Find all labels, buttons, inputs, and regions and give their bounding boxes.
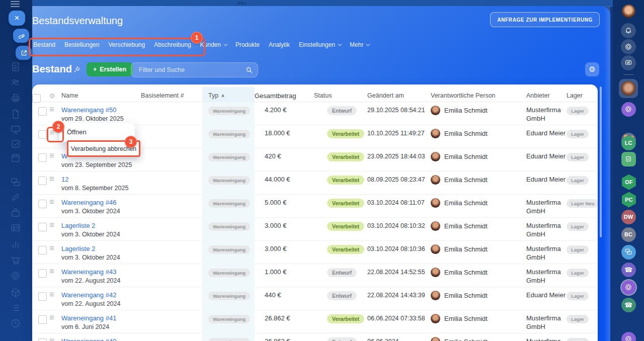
row-checkbox[interactable] [38,315,47,324]
table-row[interactable]: ≡ Wareneingang #46 vom 3. Oktober 2024 W… [32,194,598,217]
tab-mehr[interactable]: Mehr [350,41,369,48]
cube-icon[interactable] [10,287,21,298]
row-name-link[interactable]: Lagerliste 2 [61,245,141,252]
row-name-link[interactable]: Wareneingang #40 [61,337,141,341]
cart-icon[interactable] [10,254,21,266]
scrollbar-thumb[interactable] [600,87,602,237]
chat-history[interactable] [621,55,636,70]
tab-analytik[interactable]: Analytik [269,41,290,48]
col-header-person[interactable]: Verantwortliche Person [417,87,514,104]
document-icon[interactable] [10,61,21,72]
row-checkbox[interactable] [38,223,47,231]
drag-handle-icon[interactable]: ≡ [49,151,54,160]
call-rings[interactable] [621,39,636,54]
row-checkbox[interactable] [38,200,47,208]
select-all-checkbox[interactable] [32,94,41,103]
search-input[interactable] [138,66,246,74]
chat-icon[interactable] [10,177,21,188]
row-checkbox[interactable] [38,338,47,341]
active-contact[interactable] [619,79,638,98]
check-square-icon[interactable] [10,138,21,149]
contact-phone-purple[interactable]: ☎ [621,263,636,277]
id-card-icon[interactable] [10,222,21,233]
tasks-app[interactable] [621,152,636,166]
copy-link-button[interactable] [13,29,29,43]
contact-rings-2[interactable] [621,280,636,295]
menu-item-open[interactable]: Öffnen [59,123,135,136]
row-name-link[interactable]: Wareneingang #43 [61,268,141,276]
table-row[interactable]: ≡ Wareneingang #42 vom 22. August 2024 W… [32,287,598,310]
col-header-geaendert[interactable]: Geändert am [354,87,417,104]
drag-handle-icon[interactable]: ≡ [49,105,54,114]
table-row[interactable]: ≡ Wareneingang #50 vom 29. Oktober 2025 … [32,102,598,125]
drag-handle-icon[interactable]: ≡ [49,336,54,341]
users-icon[interactable] [10,76,21,88]
row-name-link[interactable]: Wareneingang #50 [61,106,141,114]
row-checkbox[interactable] [38,130,47,139]
row-name-link[interactable]: Wareneingang #46 [61,199,141,206]
contact-of[interactable]: OF [621,175,637,190]
target-icon[interactable] [10,270,21,281]
drag-handle-icon[interactable]: ≡ [49,313,54,322]
drag-handle-icon[interactable]: ≡ [49,290,54,299]
implementation-request-button[interactable]: ANFRAGE ZUR IMPLEMENTIERUNG [490,12,600,27]
pin-icon[interactable] [73,66,80,75]
col-header-anbieter[interactable]: Anbieter [514,87,567,104]
contact-rings-app[interactable] [621,102,636,117]
row-checkbox[interactable] [38,153,47,162]
bag-icon[interactable] [10,207,21,218]
contact-bc[interactable]: BC [621,227,636,242]
col-header-name[interactable]: Name [61,87,141,104]
search-box[interactable] [131,62,258,77]
table-row[interactable]: ≡ Wareneingang #40 Wareneingang 26.862 €… [32,333,598,341]
table-settings-button[interactable]: ⚙ [585,62,599,76]
close-button[interactable]: × [9,11,25,26]
contact-pc[interactable]: PC [621,192,637,208]
row-checkbox[interactable] [38,269,47,278]
row-name-link[interactable]: Lagerliste 2 [61,222,141,229]
create-button[interactable]: + Erstellen [87,62,133,76]
row-checkbox[interactable] [38,246,47,254]
clock-icon[interactable] [10,318,21,329]
col-header-typ[interactable]: Typ∧ [202,87,255,104]
tab-einstellungen[interactable]: Einstellungen [299,41,341,48]
contact-lc[interactable]: LC [621,136,636,150]
file-icon[interactable] [10,109,21,120]
row-checkbox[interactable] [38,107,47,116]
table-row[interactable]: ≡ Wareneingang #43 vom 22. August 2024 W… [32,264,598,287]
notifications[interactable] [621,23,636,38]
table-row[interactable]: ≡ Lagerliste 2 vom 3. Oktober 2024 Waren… [32,240,598,264]
col-header-basiselement[interactable]: Basiselement # [141,87,202,104]
contact-dw[interactable]: DW [621,210,636,224]
column-config-gear-icon[interactable]: ⚙ [49,92,55,100]
row-checkbox[interactable] [38,177,47,185]
row-name-link[interactable]: Wareneingang #41 [61,314,141,322]
table-row[interactable]: ≡ 12 vom 8. September 2025 Wareneingang … [32,171,598,194]
printer-icon[interactable] [10,93,21,104]
drag-handle-icon[interactable]: ≡ [49,174,54,184]
table-row[interactable]: ≡ Lagerliste 2 vom 3. Oktober 2024 Waren… [32,217,598,240]
presentation-icon[interactable] [10,124,21,135]
drag-handle-icon[interactable]: ≡ [49,197,54,207]
menu-burger-icon[interactable] [11,1,20,6]
contact-phone-green[interactable]: ☎ [621,298,636,312]
drag-handle-icon[interactable]: ≡ [49,220,54,230]
row-anbieter: Musterfirma GmbH [514,264,567,290]
list-icon[interactable] [10,302,21,313]
drag-handle-icon[interactable]: ≡ [49,267,54,276]
col-header-gesamtbetrag[interactable]: Gesamtbetrag [255,87,314,104]
col-header-status[interactable]: Status [314,87,354,104]
drag-handle-icon[interactable]: ≡ [49,243,54,253]
row-name-link[interactable]: 12 [61,176,141,183]
profile-avatar[interactable] [622,5,635,18]
contact-chat[interactable] [621,245,636,260]
contact-rings-3[interactable] [621,332,636,341]
calendar-icon[interactable] [10,152,21,163]
bar-chart-icon[interactable] [10,238,21,249]
col-header-lager[interactable]: Lager [567,87,598,104]
row-name-link[interactable]: Wareneingang #42 [61,291,141,299]
tab-produkte[interactable]: Produkte [235,41,260,48]
row-checkbox[interactable] [38,292,47,301]
pen-icon[interactable] [10,192,21,203]
table-row[interactable]: ≡ Wareneingang #41 vom 6. Juni 2024 Ware… [32,310,598,333]
